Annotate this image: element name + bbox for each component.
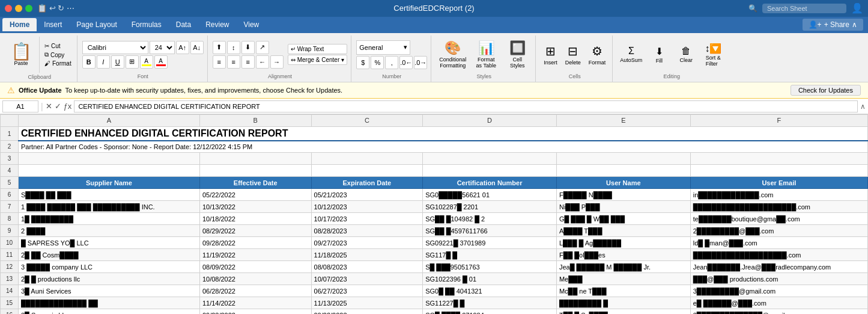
merge-center-button[interactable]: ⇔ Merge & Center ▾: [288, 55, 348, 65]
cell[interactable]: T██ █ So████: [556, 309, 690, 314]
cell[interactable]: 09/23/2022: [199, 309, 311, 314]
percent-button[interactable]: %: [371, 56, 384, 69]
fill-color-button[interactable]: A: [140, 55, 153, 69]
maximize-button[interactable]: [25, 5, 32, 12]
cell-reference-box[interactable]: A1: [2, 100, 38, 112]
cell[interactable]: G█ ███ █ W██ ███: [556, 213, 690, 225]
number-format-select[interactable]: General ▾: [356, 40, 410, 55]
align-center-button[interactable]: ≡: [227, 55, 240, 69]
cell[interactable]: SG117█ █: [423, 249, 557, 261]
font-size-select[interactable]: 24: [150, 41, 175, 54]
cell[interactable]: █████████ █: [556, 297, 690, 309]
cell[interactable]: Effective Date: [199, 177, 311, 189]
cell[interactable]: 05/22/2022: [199, 189, 311, 201]
font-name-select[interactable]: Calibri: [82, 41, 148, 54]
cell[interactable]: Jea█ ██████ M ██████ Jr.: [556, 261, 690, 273]
cell[interactable]: ██████████████████████.com: [690, 201, 867, 213]
minimize-button[interactable]: [15, 5, 22, 12]
cell[interactable]: A████ T███: [556, 225, 690, 237]
cell[interactable]: [199, 153, 311, 165]
cell[interactable]: 3█ Synamic LI: [19, 309, 200, 314]
comma-button[interactable]: ,: [385, 56, 398, 69]
cell[interactable]: 11/19/2022: [199, 249, 311, 261]
tab-formulas[interactable]: Formulas: [124, 18, 169, 31]
wrap-text-button[interactable]: ↵ Wrap Text: [288, 44, 348, 54]
cell[interactable]: User Name: [556, 177, 690, 189]
cell[interactable]: [199, 165, 311, 177]
cell[interactable]: 10/17/2023: [311, 213, 423, 225]
increase-font-button[interactable]: A↑: [176, 41, 189, 54]
cell[interactable]: Me███: [556, 273, 690, 285]
cell[interactable]: S█ ███95051763: [423, 261, 557, 273]
cell[interactable]: 08/28/2023: [311, 225, 423, 237]
cell[interactable]: SG11227█ █: [423, 297, 557, 309]
search-input[interactable]: [762, 4, 846, 13]
decrease-font-button[interactable]: A↓: [190, 41, 204, 54]
tab-review[interactable]: Review: [198, 18, 236, 31]
cell[interactable]: ██████████████ ██: [19, 297, 200, 309]
cell[interactable]: ███@███ productions.com: [690, 273, 867, 285]
cell[interactable]: 11/14/2022: [199, 297, 311, 309]
cell[interactable]: User Email: [690, 177, 867, 189]
cell[interactable]: SG102287█ 2201: [423, 201, 557, 213]
cell[interactable]: 10/18/2022: [199, 213, 311, 225]
cell[interactable]: [19, 153, 200, 165]
text-angle-button[interactable]: ↗: [256, 41, 269, 54]
cell[interactable]: █ SAPRESS YO█ LLC: [19, 237, 200, 249]
cell[interactable]: Supplier Name: [19, 177, 200, 189]
formula-expand-button[interactable]: ∧: [860, 102, 866, 111]
cell[interactable]: 08/09/2022: [199, 261, 311, 273]
autosum-button[interactable]: Σ AutoSum: [618, 45, 645, 64]
cell[interactable]: 05/21/2023: [311, 189, 423, 201]
sort-filter-button[interactable]: ↕🔽 Sort &Filter: [700, 42, 726, 68]
cell[interactable]: ld█ █man@███.com: [690, 237, 867, 249]
cell[interactable]: 10/08/2022: [199, 273, 311, 285]
increase-decimal-button[interactable]: .0→: [414, 56, 427, 69]
cell[interactable]: [423, 165, 557, 177]
cell[interactable]: 06/27/2023: [311, 285, 423, 297]
close-button[interactable]: [5, 5, 12, 12]
cell[interactable]: 3 █████ company LLC: [19, 261, 200, 273]
col-header-A[interactable]: A: [19, 114, 200, 126]
cell[interactable]: Expiration Date: [311, 177, 423, 189]
cell[interactable]: Partner: All Partner Codes - Sponsor: No…: [19, 141, 868, 153]
align-right-button[interactable]: ≡: [241, 55, 255, 69]
cell[interactable]: SG0█ ██ 4041321: [423, 285, 557, 297]
tab-insert[interactable]: Insert: [37, 18, 69, 31]
cell[interactable]: in█████████████.com: [690, 189, 867, 201]
cell[interactable]: 3██████████████@gmail.com: [690, 309, 867, 314]
cell[interactable]: Certification Number: [423, 177, 557, 189]
spreadsheet[interactable]: ABCDEF1CERTIFIED ENHANCED DIGITAL CERTIF…: [0, 114, 868, 314]
cell[interactable]: CERTIFIED ENHANCED DIGITAL CERTIFICATION…: [19, 126, 868, 141]
cell[interactable]: 10/12/2023: [311, 201, 423, 213]
cell[interactable]: Jean███████.Jrea@███radlecompany.com: [690, 261, 867, 273]
currency-button[interactable]: $: [356, 56, 369, 69]
copy-button[interactable]: ⧉ Copy: [43, 51, 73, 59]
tab-data[interactable]: Data: [169, 18, 198, 31]
cell[interactable]: 11/18/2025: [311, 249, 423, 261]
cell[interactable]: 11/13/2025: [311, 297, 423, 309]
cell[interactable]: SG1022396 █ 01: [423, 273, 557, 285]
align-bottom-button[interactable]: ⬇: [241, 41, 255, 54]
cell[interactable]: L███ █ Ag██████: [556, 237, 690, 249]
fill-button[interactable]: ⬇ Fill: [646, 45, 672, 65]
insert-button[interactable]: ⊞ Insert: [541, 42, 560, 67]
cell[interactable]: 09/27/2023: [311, 237, 423, 249]
cell[interactable]: 2█████████@███.com: [690, 225, 867, 237]
cell[interactable]: 10/13/2022: [199, 201, 311, 213]
decrease-indent-button[interactable]: ←: [256, 55, 269, 69]
cell[interactable]: [311, 153, 423, 165]
cell[interactable]: 09/28/2022: [199, 237, 311, 249]
check-updates-button[interactable]: Check for Updates: [791, 85, 861, 96]
border-button[interactable]: ⊞: [126, 55, 139, 69]
cell[interactable]: S████ ██ ███: [19, 189, 200, 201]
share-button[interactable]: 👤+ + Share ∧: [803, 19, 863, 31]
cell[interactable]: [19, 165, 200, 177]
cell[interactable]: Mc██ ne T███: [556, 285, 690, 297]
align-top-button[interactable]: ⬆: [213, 41, 226, 54]
underline-button[interactable]: U: [111, 55, 124, 69]
col-header-F[interactable]: F: [690, 114, 867, 126]
align-middle-button[interactable]: ↕: [227, 41, 240, 54]
tab-home[interactable]: Home: [2, 18, 37, 31]
cell[interactable]: 3█████████@gmail.com: [690, 285, 867, 297]
